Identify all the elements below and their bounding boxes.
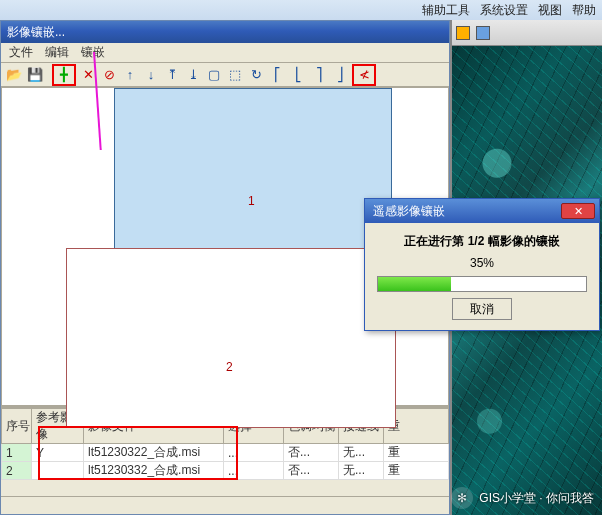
delete-icon[interactable]: ✕ [79, 66, 97, 84]
col-index[interactable]: 序号 [2, 409, 32, 444]
save-icon[interactable]: 💾 [26, 66, 44, 84]
table-row[interactable]: 2 lt51230332_合成.msi ... 否... 无... 重 [2, 462, 449, 480]
up-icon[interactable]: ↑ [121, 66, 139, 84]
menu-view[interactable]: 视图 [538, 2, 562, 19]
add-icon[interactable]: ╋ [55, 66, 73, 84]
dialog-titlebar[interactable]: 遥感影像镶嵌 ✕ [365, 199, 599, 223]
progress-message: 正在进行第 1/2 幅影像的镶嵌 [404, 233, 559, 250]
table-row[interactable]: 1 Y lt51230322_合成.msi ... 否... 无... 重 [2, 444, 449, 462]
refresh-icon[interactable]: ↻ [247, 66, 265, 84]
map-tool-icon[interactable] [456, 26, 470, 40]
menu-mosaic[interactable]: 镶嵌 [81, 44, 105, 61]
bottom-icon[interactable]: ⤓ [184, 66, 202, 84]
map-toolbar [452, 20, 602, 46]
window-title: 影像镶嵌... [7, 24, 65, 41]
top-menubar: 辅助工具 系统设置 视图 帮助 [0, 0, 602, 20]
label-1: 1 [248, 194, 255, 208]
dialog-title: 遥感影像镶嵌 [373, 203, 445, 220]
bracket1-icon[interactable]: ⎡ [268, 66, 286, 84]
close-icon[interactable]: ✕ [561, 203, 595, 219]
progress-bar [377, 276, 587, 292]
progress-dialog: 遥感影像镶嵌 ✕ 正在进行第 1/2 幅影像的镶嵌 35% 取消 [364, 198, 600, 331]
menu-help[interactable]: 帮助 [572, 2, 596, 19]
menu-file[interactable]: 文件 [9, 44, 33, 61]
map-tool-icon[interactable] [476, 26, 490, 40]
bracket4-icon[interactable]: ⎦ [331, 66, 349, 84]
bracket2-icon[interactable]: ⎣ [289, 66, 307, 84]
top-icon[interactable]: ⤒ [163, 66, 181, 84]
forbid-icon[interactable]: ⊘ [100, 66, 118, 84]
menu-edit[interactable]: 编辑 [45, 44, 69, 61]
image-extent-2[interactable] [66, 248, 396, 428]
cancel-button[interactable]: 取消 [452, 298, 512, 320]
status-bar [1, 496, 449, 514]
run-icon[interactable]: ≮ [355, 66, 373, 84]
rect1-icon[interactable]: ▢ [205, 66, 223, 84]
open-icon[interactable]: 📂 [5, 66, 23, 84]
down-icon[interactable]: ↓ [142, 66, 160, 84]
menu-sys[interactable]: 系统设置 [480, 2, 528, 19]
bracket3-icon[interactable]: ⎤ [310, 66, 328, 84]
watermark: ✻ GIS小学堂 · 你问我答 [451, 487, 594, 509]
toolbar: 📂 💾 ╋ ✕ ⊘ ↑ ↓ ⤒ ⤓ ▢ ⬚ ↻ ⎡ ⎣ ⎤ ⎦ ≮ [1, 63, 449, 87]
window-menubar: 文件 编辑 镶嵌 [1, 43, 449, 63]
label-2: 2 [226, 360, 233, 374]
rect2-icon[interactable]: ⬚ [226, 66, 244, 84]
progress-percent: 35% [470, 256, 494, 270]
menu-aux[interactable]: 辅助工具 [422, 2, 470, 19]
window-titlebar[interactable]: 影像镶嵌... [1, 21, 449, 43]
wechat-icon: ✻ [451, 487, 473, 509]
